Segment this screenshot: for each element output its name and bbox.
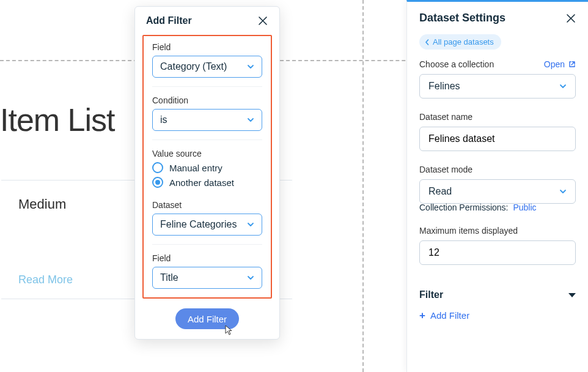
settings-body: Choose a collection Open Felines Dataset… [407, 59, 588, 372]
radio-checked-icon [152, 177, 163, 188]
page-heading: Item List [0, 102, 115, 138]
cursor-icon [224, 324, 234, 337]
back-chip-label: All page datasets [433, 37, 494, 46]
add-filter-dialog: Add Filter Field Category (Text) Conditi… [134, 6, 280, 340]
add-filter-button-label: Add Filter [188, 314, 227, 324]
divider [152, 86, 262, 87]
field-select[interactable]: Category (Text) [152, 56, 262, 78]
close-icon[interactable] [257, 15, 268, 26]
dataset-mode-select[interactable]: Read [419, 179, 576, 204]
dialog-title: Add Filter [146, 15, 192, 26]
value-source-another-dataset[interactable]: Another dataset [152, 177, 262, 188]
caret-down-icon [568, 293, 576, 297]
dataset-select[interactable]: Feline Categories [152, 214, 262, 236]
back-to-all-datasets[interactable]: All page datasets [419, 34, 501, 50]
dataset-name-input[interactable] [419, 127, 576, 151]
dataset-select-value: Feline Categories [160, 219, 237, 230]
dialog-header: Add Filter [135, 7, 279, 35]
divider [152, 140, 262, 140]
collection-permissions-link[interactable]: Public [513, 203, 536, 212]
field2-select-value: Title [160, 272, 178, 283]
chevron-left-icon [424, 39, 430, 45]
chevron-down-icon [247, 221, 254, 228]
collection-select[interactable]: Felines [419, 74, 576, 99]
field2-label: Field [152, 253, 262, 263]
collection-permissions-row: Collection Permissions: Public [419, 203, 576, 212]
dataset-mode-label: Dataset mode [419, 165, 576, 174]
filter-section-header[interactable]: Filter [419, 289, 576, 300]
plus-icon: + [419, 310, 425, 321]
dataset-mode-select-value: Read [428, 186, 452, 197]
radio-unchecked-icon [152, 162, 163, 173]
chevron-down-icon [559, 83, 567, 90]
add-filter-link-label: Add Filter [430, 310, 469, 321]
dataset-label: Dataset [152, 200, 262, 210]
max-items-label: Maximum items displayed [419, 226, 576, 236]
divider [152, 244, 262, 245]
collection-select-value: Felines [428, 81, 460, 92]
settings-header: Dataset Settings [407, 2, 588, 34]
collection-label: Choose a collection [419, 59, 494, 69]
add-filter-button[interactable]: Add Filter [175, 308, 239, 329]
max-items-input[interactable] [419, 240, 576, 265]
field-label: Field [152, 42, 262, 52]
open-link-label: Open [544, 59, 565, 69]
chevron-down-icon [559, 188, 567, 195]
guide-vertical [362, 0, 364, 372]
condition-select-value: is [160, 114, 167, 125]
field2-select[interactable]: Title [152, 267, 262, 289]
dataset-settings-panel: Dataset Settings All page datasets Choos… [406, 0, 588, 372]
collection-permissions-label: Collection Permissions: [419, 203, 509, 212]
filter-section-title: Filter [419, 289, 443, 300]
chevron-down-icon [247, 274, 254, 281]
settings-title: Dataset Settings [419, 12, 505, 24]
value-source-manual[interactable]: Manual entry [152, 162, 262, 173]
value-source-another-dataset-label: Another dataset [169, 177, 234, 188]
add-filter-link[interactable]: + Add Filter [419, 310, 469, 321]
value-source-manual-label: Manual entry [169, 163, 222, 173]
filter-config-highlight: Field Category (Text) Condition is Value… [142, 35, 272, 299]
chevron-down-icon [247, 116, 254, 124]
field-select-value: Category (Text) [160, 61, 227, 72]
external-link-icon [568, 61, 576, 68]
condition-select[interactable]: is [152, 109, 262, 131]
value-source-label: Value source [152, 149, 262, 158]
dataset-name-label: Dataset name [419, 112, 576, 122]
open-collection-link[interactable]: Open [544, 59, 576, 69]
chevron-down-icon [247, 63, 254, 70]
condition-label: Condition [152, 95, 262, 105]
close-icon[interactable] [566, 13, 576, 23]
